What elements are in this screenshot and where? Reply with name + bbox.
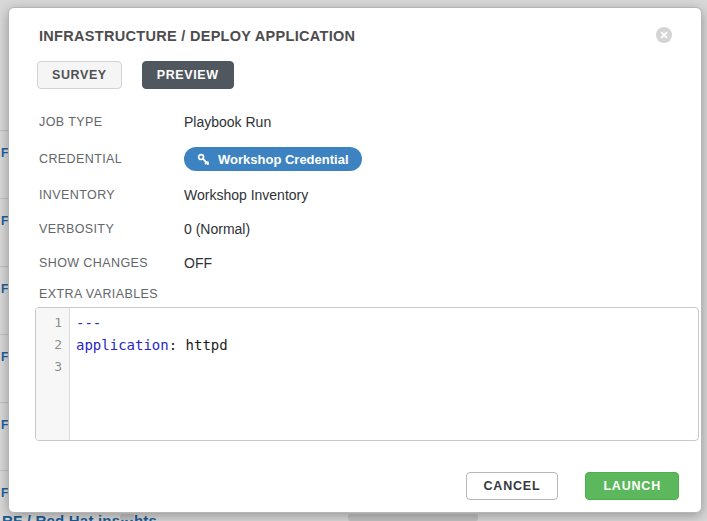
tab-bar: SURVEY PREVIEW xyxy=(31,61,679,89)
background-artifact xyxy=(120,514,134,520)
field-job-type: JOB TYPE Playbook Run xyxy=(39,114,679,130)
background-artifact xyxy=(348,514,478,521)
editor-code-area[interactable]: --- application: httpd xyxy=(70,308,228,440)
key-icon xyxy=(197,153,210,166)
background-link-fragment: F xyxy=(1,283,8,295)
field-label: JOB TYPE xyxy=(39,115,184,129)
field-label: CREDENTIAL xyxy=(39,152,184,166)
field-show-changes: SHOW CHANGES OFF xyxy=(39,255,679,271)
code-line-1: --- xyxy=(76,312,228,334)
field-value: 0 (Normal) xyxy=(184,221,250,237)
close-icon[interactable]: ✕ xyxy=(656,27,672,43)
launch-button[interactable]: LAUNCH xyxy=(585,472,679,500)
field-verbosity: VERBOSITY 0 (Normal) xyxy=(39,221,679,237)
line-number: 3 xyxy=(36,356,62,378)
field-value: Workshop Inventory xyxy=(184,187,308,203)
background-link-fragment: F xyxy=(1,147,8,159)
field-label: INVENTORY xyxy=(39,188,184,202)
field-inventory: INVENTORY Workshop Inventory xyxy=(39,187,679,203)
tab-survey[interactable]: SURVEY xyxy=(37,61,122,89)
credential-chiclet-label: Workshop Credential xyxy=(218,152,349,167)
screen: F F F F F F RF / Red Hat insights INFRAS… xyxy=(0,0,707,521)
editor-line-numbers: 1 2 3 xyxy=(36,308,70,440)
deploy-application-modal: INFRASTRUCTURE / DEPLOY APPLICATION ✕ SU… xyxy=(8,7,702,513)
extra-variables-editor[interactable]: 1 2 3 --- application: httpd xyxy=(35,307,699,441)
cancel-button[interactable]: CANCEL xyxy=(466,472,559,500)
extra-variables-label: EXTRA VARIABLES xyxy=(31,287,679,301)
field-value: Playbook Run xyxy=(184,114,271,130)
background-link-fragment: F xyxy=(1,351,8,363)
code-line-3 xyxy=(76,356,228,378)
modal-title: INFRASTRUCTURE / DEPLOY APPLICATION xyxy=(31,23,355,44)
field-label: SHOW CHANGES xyxy=(39,256,184,270)
background-table-row: RF / Red Hat insights xyxy=(0,512,707,521)
field-credential: CREDENTIAL Workshop Credential xyxy=(39,147,679,171)
background-link-fragment: F xyxy=(1,215,8,227)
modal-footer: CANCEL LAUNCH xyxy=(31,472,679,500)
tab-preview[interactable]: PREVIEW xyxy=(142,61,234,89)
line-number: 1 xyxy=(36,312,62,334)
credential-chiclet[interactable]: Workshop Credential xyxy=(184,147,362,171)
modal-header: INFRASTRUCTURE / DEPLOY APPLICATION ✕ xyxy=(31,23,679,44)
code-line-2: application: httpd xyxy=(76,334,228,356)
field-label: VERBOSITY xyxy=(39,222,184,236)
field-value: OFF xyxy=(184,255,212,271)
line-number: 2 xyxy=(36,334,62,356)
field-list: JOB TYPE Playbook Run CREDENTIAL xyxy=(31,114,679,271)
background-link-fragment: F xyxy=(1,419,8,431)
background-link-fragment: F xyxy=(1,487,8,499)
